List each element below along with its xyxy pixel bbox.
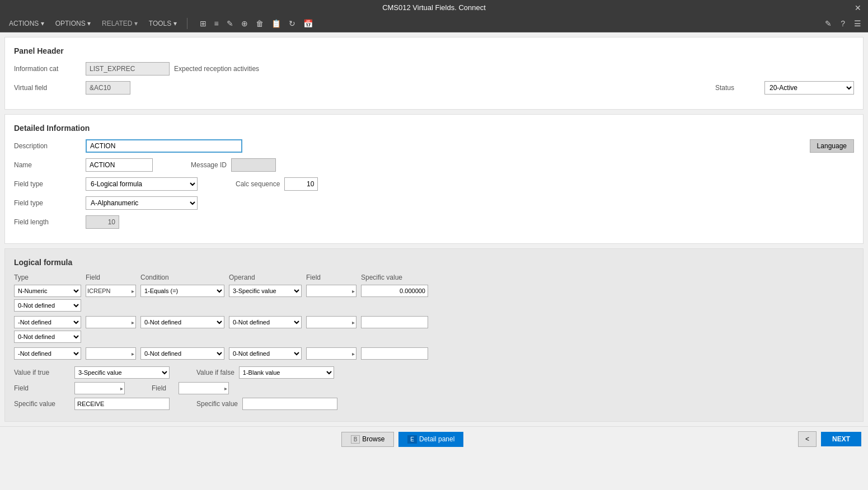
browse-key: B xyxy=(351,435,360,444)
calc-sequence-label: Calc sequence xyxy=(236,180,280,188)
virtual-field-input[interactable] xyxy=(86,81,130,95)
lf-row2-connector[interactable]: 0-Not defined 1-AND 2-OR xyxy=(14,331,81,343)
lf-row2-type[interactable]: -Not defined N-Numeric A-Alphanumeric xyxy=(14,316,81,328)
calc-sequence-input[interactable] xyxy=(284,177,318,191)
message-id-input[interactable] xyxy=(231,158,276,172)
field-type-2-label: Field type xyxy=(14,199,81,207)
info-cat-label: Information cat xyxy=(14,65,81,73)
lf-row1-specific[interactable] xyxy=(361,285,428,297)
panel-header-section: Panel Header Information cat Expected re… xyxy=(4,37,864,110)
description-row: Description Language xyxy=(14,139,854,153)
list-icon[interactable]: ≡ xyxy=(212,18,221,29)
arrow-icon2: ▸ xyxy=(352,288,355,294)
lf-row2-field[interactable]: ▸ xyxy=(86,316,136,328)
status-label: Status xyxy=(715,84,760,92)
field-type-1-select[interactable]: 6-Logical formula 1-Fixed value 2-From f… xyxy=(86,177,198,191)
clipboard-icon[interactable]: 📋 xyxy=(269,18,283,29)
arrow-icon3: ▸ xyxy=(132,319,134,326)
calendar-icon[interactable]: 📅 xyxy=(301,18,315,29)
name-input[interactable] xyxy=(86,158,153,172)
actions-menu[interactable]: ACTIONS ▾ xyxy=(4,17,49,30)
copy-icon[interactable]: ⊕ xyxy=(239,18,250,29)
lf-row3-condition[interactable]: 0-Not defined 1-Equals (=) xyxy=(140,347,224,360)
lf-row1-connector[interactable]: 0-Not defined 1-AND 2-OR xyxy=(14,299,81,312)
specific-true-input[interactable] xyxy=(74,398,170,410)
specific-false-label: Specific value xyxy=(196,400,238,408)
field-true-label: Field xyxy=(14,384,70,392)
arrow-icon7: ▸ xyxy=(120,385,123,392)
lf-column-headers: Type Field Condition Operand Field Speci… xyxy=(14,274,854,281)
bottom-right-buttons: < NEXT xyxy=(798,431,861,447)
lf-row1-field-value: ICREPN xyxy=(87,288,111,294)
lf-row1-condition[interactable]: 1-Equals (=) 2-Not equal (<>) xyxy=(140,285,224,297)
lf-row-2-connector: 0-Not defined 1-AND 2-OR xyxy=(14,331,854,343)
title-bar: CMS012 Virtual Fields. Connect ✕ xyxy=(0,0,868,15)
lf-row3-operand[interactable]: 0-Not defined 3-Specific value xyxy=(229,347,302,360)
col-condition-header: Condition xyxy=(140,274,224,281)
field-length-input[interactable] xyxy=(86,215,119,229)
logical-formula-section: Logical formula Type Field Condition Ope… xyxy=(4,248,864,422)
info-cat-input[interactable] xyxy=(86,62,170,76)
col-operand-header: Operand xyxy=(229,274,302,281)
lf-row2-condition[interactable]: 0-Not defined 1-Equals (=) xyxy=(140,316,224,328)
lf-row2-field2[interactable]: ▸ xyxy=(306,316,356,328)
lf-row-2: -Not defined N-Numeric A-Alphanumeric ▸ … xyxy=(14,316,854,328)
lf-row1-type[interactable]: N-Numeric A-Alphanumeric xyxy=(14,285,81,297)
prev-button[interactable]: < xyxy=(798,431,817,447)
add-icon[interactable]: ⊞ xyxy=(198,18,209,29)
detailed-info-section: Detailed Information Description Languag… xyxy=(4,114,864,244)
field-false-input[interactable]: ▸ xyxy=(179,382,229,394)
lf-row3-field2[interactable]: ▸ xyxy=(306,347,356,360)
field-type-2-row: Field type A-Alphanumeric N-Numeric D-Da… xyxy=(14,196,854,210)
value-if-true-select[interactable]: 3-Specific value 0-Not defined 1-Blank v… xyxy=(74,366,170,379)
lf-row1-field[interactable]: ICREPN ▸ xyxy=(86,285,136,297)
specific-false-input[interactable] xyxy=(242,398,337,410)
related-menu[interactable]: RELATED ▾ xyxy=(97,17,142,30)
menu-right: ✎ ? ☰ xyxy=(823,18,864,29)
tools-menu[interactable]: TOOLS ▾ xyxy=(144,17,181,30)
description-input[interactable] xyxy=(86,139,242,153)
close-button[interactable]: ✕ xyxy=(855,3,861,12)
status-select[interactable]: 20-Active 10-Inactive xyxy=(764,81,854,95)
field-type-2-select[interactable]: A-Alphanumeric N-Numeric D-Date xyxy=(86,196,198,210)
arrow-icon5: ▸ xyxy=(132,351,134,357)
col-field-header: Field xyxy=(86,274,136,281)
browse-label: Browse xyxy=(362,435,384,443)
field-length-row: Field length xyxy=(14,215,854,229)
menu-bar: ACTIONS ▾ OPTIONS ▾ RELATED ▾ TOOLS ▾ ⊞ … xyxy=(0,15,868,32)
lf-row1-field2[interactable]: ▸ xyxy=(306,285,356,297)
arrow-icon4: ▸ xyxy=(352,319,355,326)
arrow-icon: ▸ xyxy=(132,288,134,294)
value-if-false-select[interactable]: 1-Blank value 0-Not defined 3-Specific v… xyxy=(239,366,334,379)
field-true-input[interactable]: ▸ xyxy=(74,382,125,394)
message-id-label: Message ID xyxy=(191,161,227,169)
delete-icon[interactable]: 🗑 xyxy=(254,18,266,29)
detail-panel-button[interactable]: E Detail panel xyxy=(398,432,463,447)
lf-row2-operand[interactable]: 0-Not defined 3-Specific value xyxy=(229,316,302,328)
refresh-icon[interactable]: ↻ xyxy=(287,18,298,29)
col-type-header: Type xyxy=(14,274,81,281)
lf-row3-type[interactable]: -Not defined N-Numeric A-Alphanumeric xyxy=(14,347,81,360)
next-button[interactable]: NEXT xyxy=(821,432,861,446)
lf-row2-specific[interactable] xyxy=(361,316,428,328)
virtual-field-label: Virtual field xyxy=(14,84,81,92)
language-button[interactable]: Language xyxy=(810,139,854,153)
pencil-icon[interactable]: ✎ xyxy=(823,18,834,29)
browse-button[interactable]: B Browse xyxy=(341,432,395,447)
lf-row3-specific[interactable] xyxy=(361,347,428,360)
help-icon[interactable]: ? xyxy=(838,18,847,29)
specific-true-label: Specific value xyxy=(14,400,70,408)
toolbar: ⊞ ≡ ✎ ⊕ 🗑 📋 ↻ 📅 xyxy=(193,18,320,29)
lf-row1-operand[interactable]: 3-Specific value 0-Not defined xyxy=(229,285,302,297)
menu-divider xyxy=(187,18,187,29)
name-row: Name Message ID xyxy=(14,158,854,172)
col-specific-header: Specific value xyxy=(361,274,428,281)
field-length-label: Field length xyxy=(14,218,81,226)
options-menu[interactable]: OPTIONS ▾ xyxy=(51,17,95,30)
logical-formula-title: Logical formula xyxy=(14,258,854,267)
bottom-bar: B Browse E Detail panel < NEXT xyxy=(0,426,868,451)
hamburger-icon[interactable]: ☰ xyxy=(852,18,864,29)
edit-icon[interactable]: ✎ xyxy=(224,18,236,29)
lf-row3-field[interactable]: ▸ xyxy=(86,347,136,360)
value-if-true-label: Value if true xyxy=(14,369,70,376)
